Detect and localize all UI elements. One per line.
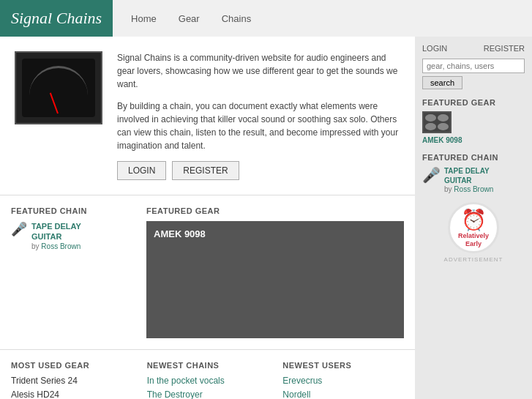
sidebar-gear-name[interactable]: AMEK 9098 bbox=[422, 136, 525, 144]
chain-mic-icon: 🎤 bbox=[11, 221, 26, 237]
gear-dot-4 bbox=[438, 123, 449, 130]
chain-name-line1[interactable]: TAPE DELAY GUITAR bbox=[31, 221, 81, 242]
sidebar-auth-links: LOGIN REGISTER bbox=[422, 44, 525, 53]
sidebar: LOGIN REGISTER search FEATURED GEAR AMEK… bbox=[415, 37, 532, 399]
sidebar-gear-img-inner bbox=[424, 113, 450, 132]
sidebar-register-link[interactable]: REGISTER bbox=[484, 44, 525, 53]
advertisement-box: ⏰ RelativelyEarly ADVERTISEMENT bbox=[422, 202, 525, 263]
intro-paragraph-1: Signal Chains is a community-driven webs… bbox=[117, 51, 400, 91]
layout: Signal Chains is a community-driven webs… bbox=[0, 37, 532, 399]
chain-link-0[interactable]: In the pocket vocals bbox=[147, 376, 269, 386]
meter-image bbox=[15, 51, 102, 124]
user-link-0[interactable]: Erevecrus bbox=[282, 376, 404, 386]
main-content: Signal Chains is a community-driven webs… bbox=[0, 37, 415, 399]
featured-gear-box: FEATURED GEAR AMEK 9098 bbox=[146, 206, 404, 338]
newest-users-col: NEWEST USERS Erevecrus Nordell RDFerous … bbox=[282, 361, 404, 399]
bottom-section: MOST USED GEAR Trident Series 24 Alesis … bbox=[0, 350, 415, 399]
gear-card-name: AMEK 9098 bbox=[154, 228, 206, 239]
header: Signal Chains Home Gear Chains bbox=[0, 0, 532, 37]
newest-chains-title: NEWEST CHAINS bbox=[147, 361, 269, 370]
user-link-1[interactable]: Nordell bbox=[282, 389, 404, 399]
ad-text: RelativelyEarly bbox=[458, 232, 489, 248]
navigation: Home Gear Chains bbox=[113, 0, 532, 37]
sidebar-chain-details: TAPE DELAY GUITAR by Ross Brown bbox=[444, 166, 493, 193]
sidebar-chain-author-link[interactable]: Ross Brown bbox=[454, 185, 493, 193]
nav-gear[interactable]: Gear bbox=[168, 10, 211, 28]
most-used-gear-title: MOST USED GEAR bbox=[11, 361, 132, 370]
gear-dot-2 bbox=[438, 114, 449, 122]
sidebar-login-link[interactable]: LOGIN bbox=[422, 44, 447, 53]
login-button[interactable]: LOGIN bbox=[117, 161, 166, 180]
logo-area: Signal Chains bbox=[0, 9, 113, 28]
gear-dot-3 bbox=[425, 123, 436, 130]
chain-by: by Ross Brown bbox=[31, 242, 81, 250]
newest-chains-col: NEWEST CHAINS In the pocket vocals The D… bbox=[147, 361, 269, 399]
gear-dot-1 bbox=[425, 114, 436, 122]
advertisement-label: ADVERTISEMENT bbox=[422, 256, 525, 263]
gear-item-1[interactable]: Alesis HD24 bbox=[11, 389, 132, 399]
nav-home[interactable]: Home bbox=[120, 10, 168, 28]
ad-circle: ⏰ RelativelyEarly bbox=[448, 202, 499, 253]
chain-details: TAPE DELAY GUITAR by Ross Brown bbox=[31, 221, 81, 250]
sidebar-gear-image bbox=[422, 111, 452, 133]
site-logo[interactable]: Signal Chains bbox=[11, 9, 102, 27]
intro-text: Signal Chains is a community-driven webs… bbox=[117, 51, 400, 180]
sidebar-search-input[interactable] bbox=[422, 59, 525, 73]
featured-gear-title: FEATURED GEAR bbox=[146, 206, 404, 215]
intro-section: Signal Chains is a community-driven webs… bbox=[0, 37, 415, 195]
newest-users-title: NEWEST USERS bbox=[282, 361, 404, 370]
register-button[interactable]: REGISTER bbox=[172, 161, 239, 180]
sidebar-featured-chain-title: FEATURED CHAIN bbox=[422, 153, 525, 162]
sidebar-chain-by: by Ross Brown bbox=[444, 185, 493, 193]
nav-chains[interactable]: Chains bbox=[211, 10, 262, 28]
intro-paragraph-2: By building a chain, you can document ex… bbox=[117, 100, 400, 152]
sidebar-chain-name[interactable]: TAPE DELAY GUITAR bbox=[444, 166, 493, 185]
sidebar-search-button[interactable]: search bbox=[422, 76, 462, 89]
gear-card[interactable]: AMEK 9098 bbox=[146, 221, 404, 338]
auth-buttons: LOGIN REGISTER bbox=[117, 161, 400, 180]
meter-arc bbox=[29, 66, 88, 95]
chain-link-1[interactable]: The Destroyer bbox=[147, 389, 269, 399]
chain-item: 🎤 TAPE DELAY GUITAR by Ross Brown bbox=[11, 221, 135, 250]
sidebar-featured-gear-title: FEATURED GEAR bbox=[422, 98, 525, 107]
most-used-gear-col: MOST USED GEAR Trident Series 24 Alesis … bbox=[11, 361, 132, 399]
alarm-icon: ⏰ bbox=[461, 208, 487, 232]
mid-section: FEATURED CHAIN 🎤 TAPE DELAY GUITAR by Ro… bbox=[0, 195, 415, 350]
meter-needle bbox=[50, 92, 59, 113]
sidebar-chain-item: 🎤 TAPE DELAY GUITAR by Ross Brown bbox=[422, 166, 525, 193]
gear-item-0[interactable]: Trident Series 24 bbox=[11, 376, 132, 386]
featured-chain-box: FEATURED CHAIN 🎤 TAPE DELAY GUITAR by Ro… bbox=[11, 206, 135, 338]
vu-meter bbox=[22, 59, 95, 117]
chain-author-link[interactable]: Ross Brown bbox=[41, 242, 80, 250]
sidebar-chain-mic-icon: 🎤 bbox=[422, 166, 441, 184]
featured-chain-title: FEATURED CHAIN bbox=[11, 206, 135, 215]
